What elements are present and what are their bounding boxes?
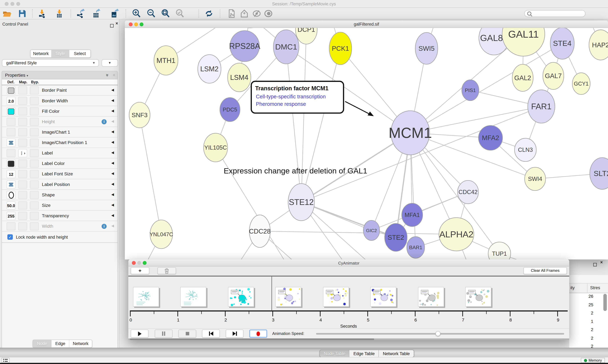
expand-row-icon[interactable]: ◀ bbox=[111, 109, 114, 113]
network-document-icon[interactable] bbox=[227, 9, 236, 18]
network-node-RPS28A[interactable]: RPS28A bbox=[229, 30, 261, 62]
zoom-in-icon[interactable] bbox=[132, 9, 141, 18]
tab-node[interactable]: Node bbox=[33, 340, 52, 347]
default-value-cell[interactable] bbox=[7, 128, 15, 136]
default-value-cell[interactable] bbox=[7, 159, 15, 168]
bypass-cell[interactable] bbox=[30, 170, 39, 178]
stop-button[interactable] bbox=[179, 329, 196, 338]
network-canvas[interactable]: RPS28ADMC1DCP1PCK1SWI5MTH1LSM2LSM4SNF3PD… bbox=[125, 28, 608, 259]
expand-row-icon[interactable]: ◀ bbox=[111, 224, 114, 228]
mapping-cell[interactable] bbox=[18, 128, 27, 136]
property-row-label-font-size[interactable]: 12Label Font Size◀ bbox=[2, 169, 117, 179]
animation-speed-slider[interactable] bbox=[316, 333, 564, 335]
property-row-image-chart-1[interactable]: Image/Chart 1◀ bbox=[2, 127, 117, 137]
zoom-selected-icon[interactable] bbox=[175, 9, 185, 18]
expand-all-icon[interactable]: » bbox=[105, 74, 110, 76]
property-row-transparency[interactable]: 255Transparency◀ bbox=[2, 211, 117, 221]
open-session-icon[interactable] bbox=[2, 9, 12, 18]
export-table-icon[interactable] bbox=[92, 9, 101, 18]
network-node-PCK1[interactable]: PCK1 bbox=[329, 32, 352, 65]
tab-network-table[interactable]: Network Table bbox=[379, 350, 414, 357]
network-node-DCP1[interactable]: DCP1 bbox=[295, 28, 317, 44]
save-session-icon[interactable] bbox=[17, 9, 27, 18]
bypass-cell[interactable] bbox=[30, 159, 39, 168]
default-value-cell[interactable] bbox=[7, 191, 15, 199]
import-table-icon[interactable] bbox=[55, 9, 64, 18]
zoom-fit-icon[interactable] bbox=[161, 9, 170, 18]
network-node-LSM4[interactable]: LSM4 bbox=[228, 63, 251, 92]
property-row-label-position[interactable]: Label Position◀ bbox=[2, 179, 117, 190]
expand-row-icon[interactable]: ◀ bbox=[111, 98, 114, 102]
bypass-cell[interactable] bbox=[30, 212, 39, 220]
network-node-MFA2[interactable]: MFA2 bbox=[479, 125, 503, 150]
cyanimator-titlebar[interactable]: CyAnimator bbox=[128, 260, 569, 266]
network-node-PDC5[interactable]: PDC5 bbox=[220, 98, 240, 122]
mapping-cell[interactable]: ⋮› bbox=[18, 149, 27, 157]
network-node-CDC28[interactable]: CDC28 bbox=[249, 215, 271, 247]
expand-row-icon[interactable]: ◀ bbox=[111, 193, 114, 196]
annotation-callout[interactable]: Transcription factor MCM1Cell-type-speci… bbox=[251, 81, 374, 116]
import-network-icon[interactable] bbox=[37, 9, 47, 18]
bypass-cell[interactable] bbox=[30, 191, 39, 199]
annotation-link[interactable]: Pheromone response bbox=[256, 101, 306, 107]
tab-select[interactable]: Select bbox=[69, 50, 90, 57]
network-node-GAL7[interactable]: GAL7 bbox=[543, 62, 564, 89]
bypass-cell[interactable] bbox=[30, 97, 39, 105]
mapping-cell[interactable] bbox=[18, 201, 27, 209]
record-button[interactable] bbox=[249, 329, 267, 338]
expand-row-icon[interactable]: ◀ bbox=[111, 140, 114, 144]
timeline-scrollbar[interactable] bbox=[128, 338, 569, 340]
default-value-cell[interactable]: 2.0 bbox=[7, 97, 15, 105]
close-window-icon[interactable] bbox=[5, 2, 8, 6]
mapping-cell[interactable] bbox=[18, 139, 27, 147]
add-frame-button[interactable]: + bbox=[131, 267, 149, 274]
bypass-cell[interactable] bbox=[30, 107, 39, 115]
network-node-BAR1[interactable]: BAR1 bbox=[407, 236, 425, 258]
network-node-SWI5[interactable]: SWI5 bbox=[415, 33, 438, 64]
network-node-STE2[interactable]: STE2 bbox=[385, 223, 407, 251]
float-table-panel-icon[interactable] bbox=[593, 261, 597, 268]
expand-row-icon[interactable]: ◀ bbox=[111, 88, 114, 92]
tab-style[interactable]: Style bbox=[52, 50, 69, 57]
caption-annotation[interactable]: Expression change after deletion of GAL1 bbox=[224, 167, 367, 175]
skip-to-end-button[interactable] bbox=[226, 329, 244, 338]
network-node-SWI4[interactable]: SWI4 bbox=[525, 167, 545, 191]
default-value-cell[interactable] bbox=[7, 181, 15, 188]
refresh-view-icon[interactable] bbox=[204, 9, 214, 18]
property-row-label-color[interactable]: Label Color◀ bbox=[2, 158, 117, 169]
info-icon[interactable]: i bbox=[102, 224, 107, 229]
network-node-SLT2[interactable]: SLT2 bbox=[590, 158, 608, 189]
export-network-icon[interactable] bbox=[76, 9, 85, 18]
default-value-cell[interactable]: 255 bbox=[7, 212, 15, 220]
default-value-cell[interactable]: 50.0 bbox=[7, 201, 15, 209]
network-node-ALPHA2[interactable]: ALPHA2 bbox=[439, 218, 474, 251]
close-icon[interactable] bbox=[132, 261, 136, 265]
tab-edge-table[interactable]: Edge Table bbox=[350, 350, 379, 357]
property-row-label[interactable]: ⋮›Label◀ bbox=[2, 148, 117, 158]
mapping-cell[interactable] bbox=[18, 222, 27, 230]
mapping-cell[interactable] bbox=[18, 118, 27, 126]
expand-row-icon[interactable]: ◀ bbox=[111, 171, 114, 175]
table-scrollbar[interactable] bbox=[603, 294, 607, 344]
expand-row-icon[interactable]: ◀ bbox=[111, 130, 114, 133]
bypass-cell[interactable] bbox=[30, 222, 39, 230]
network-node-CDC42[interactable]: CDC42 bbox=[457, 181, 479, 204]
network-node-GIC2[interactable]: GIC2 bbox=[363, 220, 380, 240]
default-value-cell[interactable] bbox=[7, 149, 15, 157]
network-node-MFA1[interactable]: MFA1 bbox=[402, 203, 423, 227]
default-value-cell[interactable] bbox=[7, 107, 15, 115]
property-row-width[interactable]: Widthi◀ bbox=[2, 221, 117, 232]
zoom-icon[interactable] bbox=[143, 261, 146, 265]
float-panel-icon[interactable] bbox=[110, 22, 114, 29]
style-options-button[interactable]: ▼ bbox=[102, 59, 118, 67]
default-value-cell[interactable] bbox=[7, 139, 15, 147]
zoom-out-icon[interactable] bbox=[147, 9, 156, 18]
network-node-FAR1[interactable]: FAR1 bbox=[528, 90, 555, 123]
expand-row-icon[interactable]: ◀ bbox=[111, 213, 114, 217]
bypass-cell[interactable] bbox=[30, 86, 39, 94]
slider-handle[interactable] bbox=[435, 331, 440, 336]
expand-row-icon[interactable]: ◀ bbox=[111, 119, 114, 123]
mapping-cell[interactable] bbox=[18, 212, 27, 220]
network-node-YNL047C[interactable]: YNL047C bbox=[150, 220, 173, 248]
style-select[interactable]: galFiltered Style ▼ bbox=[2, 59, 99, 67]
